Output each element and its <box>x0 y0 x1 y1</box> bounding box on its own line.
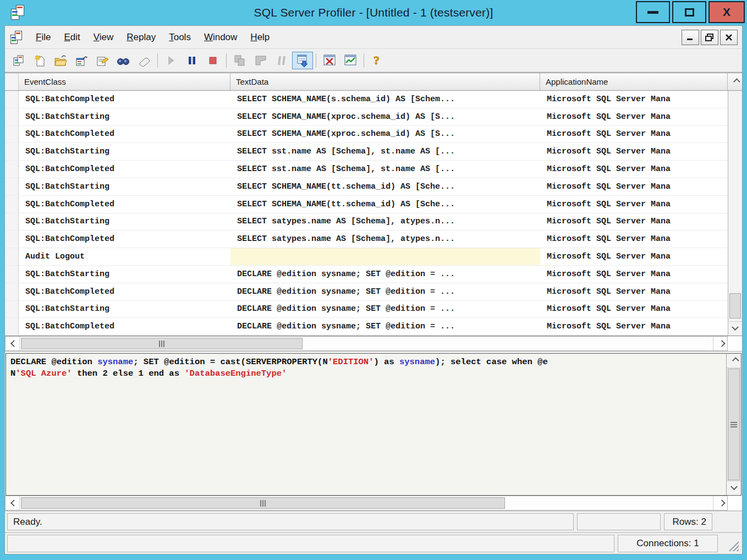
column-header-eventclass[interactable]: EventClass <box>19 73 230 90</box>
minimize-button[interactable] <box>636 1 670 23</box>
menu-window[interactable]: Window <box>197 29 244 46</box>
menu-tools[interactable]: Tools <box>162 29 197 46</box>
grid-vertical-scrollbar[interactable] <box>728 91 742 336</box>
toolbar: ? <box>5 49 742 73</box>
toolbar-separator <box>364 53 364 68</box>
sql-detail-pane[interactable]: DECLARE @edition sysname; SET @edition =… <box>6 353 741 496</box>
pause-button[interactable] <box>182 52 202 69</box>
table-row[interactable]: SQL:BatchStarting DECLARE @edition sysna… <box>5 301 728 319</box>
table-row[interactable]: SQL:BatchStarting SELECT SCHEMA_NAME(tt.… <box>5 178 728 196</box>
table-row[interactable]: SQL:BatchCompleted SELECT SCHEMA_NAME(s.… <box>5 91 728 108</box>
properties-icon <box>96 54 109 67</box>
auto-scroll-icon <box>296 54 309 67</box>
chevron-up-icon <box>732 357 739 364</box>
close-button[interactable]: X <box>708 1 745 23</box>
title-bar: SQL Server Profiler - [Untitled - 1 (tes… <box>0 0 747 25</box>
menu-bar: File Edit View Replay Tools Window Help <box>5 26 742 49</box>
stop-icon <box>208 56 217 65</box>
menu-edit[interactable]: Edit <box>57 29 86 46</box>
table-row[interactable]: SQL:BatchCompleted DECLARE @edition sysn… <box>5 283 728 301</box>
maximize-icon <box>685 8 694 17</box>
properties-button[interactable] <box>92 52 113 69</box>
toggle-breakpoint-icon <box>276 55 287 66</box>
aggregate-view-button[interactable] <box>340 52 361 69</box>
mdi-close-icon <box>725 34 733 41</box>
status-connections: Connections: 1 <box>618 535 718 552</box>
chevron-left-icon <box>10 340 18 347</box>
new-trace-file-icon <box>34 54 46 67</box>
table-row[interactable]: SQL:BatchCompleted SELECT SCHEMA_NAME(xp… <box>5 126 728 144</box>
grouped-view-button[interactable] <box>319 52 340 69</box>
maximize-button[interactable] <box>672 1 706 23</box>
menu-view[interactable]: View <box>87 29 120 46</box>
grid-rows: SQL:BatchCompleted SELECT SCHEMA_NAME(s.… <box>5 91 728 336</box>
window-title: SQL Server Profiler - [Untitled - 1 (tes… <box>0 6 747 19</box>
new-trace-button[interactable] <box>8 52 29 69</box>
status-ready: Ready. <box>7 513 574 530</box>
toggle-breakpoint-button <box>271 52 292 69</box>
open-trace-button[interactable] <box>50 52 71 69</box>
mdi-close-button[interactable] <box>720 30 738 45</box>
start-replay-icon <box>166 55 176 66</box>
minimize-icon <box>647 11 658 14</box>
menu-help[interactable]: Help <box>244 29 276 46</box>
sql-hscroll-thumb[interactable] <box>21 497 505 509</box>
resize-grip[interactable] <box>721 535 740 552</box>
table-row[interactable]: SQL:BatchCompleted DECLARE @edition sysn… <box>5 318 728 336</box>
help-button[interactable]: ? <box>367 52 388 69</box>
table-row[interactable]: SQL:BatchStarting SELECT SCHEMA_NAME(xpr… <box>5 108 728 126</box>
grid-hscroll-thumb[interactable] <box>21 338 303 349</box>
table-row[interactable]: SQL:BatchStarting SELECT satypes.name AS… <box>5 213 728 231</box>
table-row[interactable]: SQL:BatchCompleted SELECT sst.name AS [S… <box>5 161 728 178</box>
chevron-down-icon <box>732 323 739 331</box>
table-row[interactable]: SQL:BatchCompleted SELECT satypes.name A… <box>5 230 728 248</box>
status-rows-count: Rows: 2 <box>664 513 712 530</box>
save-trace-icon <box>75 54 88 67</box>
sql-scroll-right-button[interactable] <box>713 496 727 510</box>
find-button[interactable] <box>113 52 134 69</box>
auto-scroll-button[interactable] <box>292 52 313 69</box>
client-area: File Edit View Replay Tools Window Help <box>4 25 743 554</box>
grid-vscroll-thumb[interactable] <box>729 293 741 319</box>
execute-one-step-icon <box>233 54 246 67</box>
sql-scroll-up-button[interactable] <box>727 354 741 368</box>
table-row-audit-logout[interactable]: Audit Logout Microsoft SQL Server Mana <box>5 248 728 266</box>
pause-icon <box>188 56 196 65</box>
sql-scroll-left-button[interactable] <box>6 496 20 510</box>
new-trace-file-button[interactable] <box>29 52 50 69</box>
run-to-cursor-icon <box>254 54 267 67</box>
chevron-right-icon <box>718 499 726 507</box>
status-message-panel <box>7 535 614 552</box>
mdi-minimize-button[interactable] <box>682 30 699 45</box>
mdi-restore-button[interactable] <box>701 30 718 45</box>
grouped-view-icon <box>323 54 336 67</box>
chevron-up-icon <box>733 78 740 85</box>
sql-vscroll-thumb[interactable] <box>728 369 740 480</box>
column-header-textdata[interactable]: TextData <box>230 73 540 90</box>
clear-trace-icon <box>138 54 151 67</box>
menu-file[interactable]: File <box>29 29 57 46</box>
mdi-minimize-icon <box>686 34 694 41</box>
table-row[interactable]: SQL:BatchCompleted SELECT SCHEMA_NAME(tt… <box>5 196 728 213</box>
clear-trace-button[interactable] <box>134 52 155 69</box>
save-trace-button[interactable] <box>71 52 92 69</box>
execute-one-step-button <box>229 52 250 69</box>
grid-scroll-up-button[interactable] <box>728 73 742 90</box>
table-row[interactable]: SQL:BatchStarting SELECT sst.name AS [Sc… <box>5 143 728 161</box>
grid-horizontal-scrollbar[interactable] <box>5 336 742 352</box>
stop-button[interactable] <box>202 52 223 69</box>
sql-scroll-down-button[interactable] <box>727 481 741 495</box>
sql-horizontal-scrollbar[interactable] <box>5 496 742 511</box>
sql-vertical-scrollbar[interactable] <box>726 354 741 495</box>
grid-scroll-right-button[interactable] <box>713 337 727 350</box>
table-row[interactable]: SQL:BatchStarting DECLARE @edition sysna… <box>5 266 728 283</box>
find-icon <box>117 54 130 67</box>
svg-text:?: ? <box>374 54 380 67</box>
menu-replay[interactable]: Replay <box>120 29 162 46</box>
open-trace-icon <box>54 54 67 67</box>
app-status-bar: Connections: 1 <box>5 532 742 554</box>
grid-scroll-left-button[interactable] <box>6 337 20 350</box>
column-header-applicationname[interactable]: ApplicationName <box>540 73 728 90</box>
toolbar-separator <box>157 53 158 68</box>
grid-scroll-down-button[interactable] <box>728 321 742 336</box>
